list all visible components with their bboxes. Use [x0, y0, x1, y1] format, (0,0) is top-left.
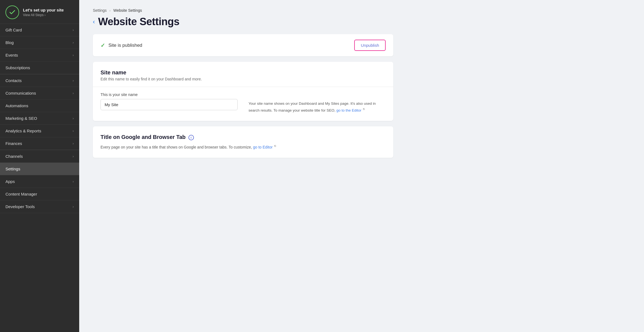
- chevron-right-icon: ›: [73, 78, 74, 83]
- setup-text-block: Let's set up your site View All Steps ›: [23, 8, 64, 17]
- chevron-right-icon: ›: [73, 154, 74, 158]
- sidebar-item-subscriptions[interactable]: Subscriptions: [0, 62, 79, 74]
- published-status: ✓ Site is published: [101, 42, 142, 49]
- page-header: ‹ Website Settings: [93, 16, 393, 28]
- site-name-section-title: Site name: [101, 69, 386, 76]
- site-name-header: Site name Edit this name to easily find …: [93, 62, 393, 81]
- sidebar-item-finances[interactable]: Finances ›: [0, 137, 79, 150]
- sidebar-item-content-manager[interactable]: Content Manager: [0, 188, 79, 200]
- google-title-desc: Every page on your site has a title that…: [101, 144, 386, 150]
- published-bar: ✓ Site is published Unpublish: [93, 34, 393, 56]
- sidebar-item-blog[interactable]: Blog ›: [0, 36, 79, 49]
- chevron-right-icon: ›: [73, 91, 74, 95]
- site-name-card: Site name Edit this name to easily find …: [93, 62, 393, 121]
- site-name-field-label: This is your site name: [101, 92, 238, 97]
- site-name-section-desc: Edit this name to easily find it on your…: [101, 77, 386, 81]
- checkmark-icon: ✓: [101, 42, 105, 49]
- site-name-input[interactable]: [101, 99, 238, 110]
- breadcrumb-parent[interactable]: Settings: [93, 8, 107, 13]
- external-link-icon: ⎋: [363, 107, 365, 110]
- sidebar-item-settings[interactable]: Settings: [0, 163, 79, 175]
- google-title-content: Title on Google and Browser Tab i Every …: [93, 126, 393, 158]
- chevron-right-icon: ›: [73, 205, 74, 209]
- sidebar-item-apps[interactable]: Apps ›: [0, 175, 79, 188]
- page-title: Website Settings: [98, 16, 179, 28]
- setup-circle-icon: [5, 5, 19, 19]
- sidebar-item-communications[interactable]: Communications ›: [0, 87, 79, 100]
- sidebar: Let's set up your site View All Steps › …: [0, 0, 79, 332]
- published-status-card: ✓ Site is published Unpublish: [93, 34, 393, 56]
- chevron-right-icon: ›: [73, 28, 74, 32]
- info-icon[interactable]: i: [188, 135, 194, 140]
- chevron-right-icon: ›: [73, 141, 74, 145]
- breadcrumb-separator: ›: [110, 8, 111, 13]
- main-content: Settings › Website Settings ‹ Website Se…: [79, 0, 644, 332]
- chevron-right-icon: ›: [73, 179, 74, 184]
- google-title-section-title: Title on Google and Browser Tab: [101, 134, 186, 140]
- sidebar-header: Let's set up your site View All Steps ›: [0, 0, 79, 24]
- sidebar-item-analytics-reports[interactable]: Analytics & Reports ›: [0, 125, 79, 137]
- editor-link[interactable]: go to the Editor: [336, 108, 362, 112]
- setup-title: Let's set up your site: [23, 8, 64, 13]
- sidebar-item-channels[interactable]: Channels ›: [0, 150, 79, 163]
- breadcrumb-current: Website Settings: [113, 8, 142, 13]
- sidebar-item-marketing-seo[interactable]: Marketing & SEO ›: [0, 112, 79, 125]
- chevron-right-icon: ›: [73, 129, 74, 133]
- chevron-right-icon: ›: [73, 40, 74, 45]
- google-title-header: Title on Google and Browser Tab i: [101, 134, 386, 141]
- form-row: This is your site name Your site name sh…: [101, 92, 386, 113]
- sidebar-item-automations[interactable]: Automations: [0, 100, 79, 112]
- chevron-right-icon: ›: [73, 53, 74, 57]
- sidebar-item-developer-tools[interactable]: Developer Tools ›: [0, 200, 79, 213]
- card-divider: [93, 87, 393, 87]
- chevron-right-icon: ›: [73, 116, 74, 120]
- external-link-icon-2: ⎋: [274, 144, 276, 147]
- back-arrow-icon[interactable]: ‹: [93, 18, 95, 25]
- sidebar-item-events[interactable]: Events ›: [0, 49, 79, 62]
- site-name-form: This is your site name Your site name sh…: [93, 92, 393, 121]
- google-title-card: Title on Google and Browser Tab i Every …: [93, 126, 393, 158]
- unpublish-button[interactable]: Unpublish: [354, 40, 386, 51]
- sidebar-item-gift-card[interactable]: Gift Card ›: [0, 24, 79, 36]
- form-left-col: This is your site name: [101, 92, 238, 110]
- site-name-help-text: Your site name shows on your Dashboard a…: [249, 101, 386, 113]
- published-status-text: Site is published: [108, 43, 142, 48]
- sidebar-item-contacts[interactable]: Contacts ›: [0, 74, 79, 87]
- breadcrumb: Settings › Website Settings: [93, 8, 393, 13]
- form-right-col: Your site name shows on your Dashboard a…: [249, 92, 386, 113]
- setup-view-steps[interactable]: View All Steps ›: [23, 13, 64, 17]
- editor-link-2[interactable]: go to Editor: [253, 145, 273, 149]
